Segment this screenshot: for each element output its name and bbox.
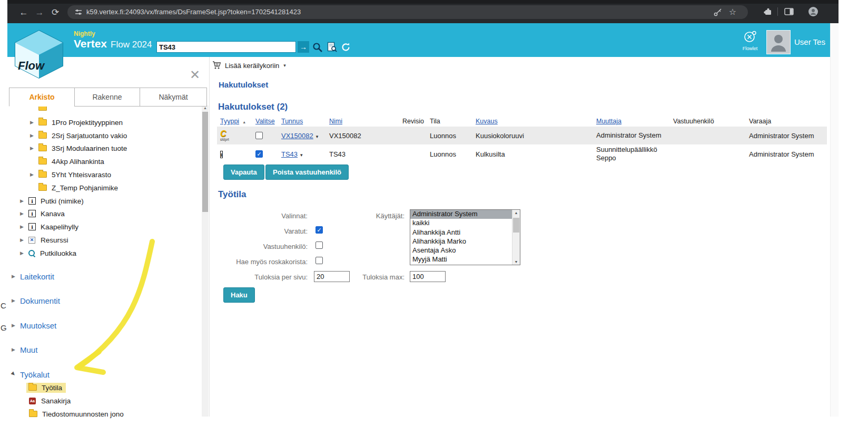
scrollbar-thumb[interactable] — [202, 112, 208, 212]
sidebar-item-tiedostomuunnokset[interactable]: Tiedostomuunnosten jono — [29, 409, 124, 419]
expand-arrow-icon[interactable]: ▶ — [12, 347, 17, 352]
site-settings-icon[interactable] — [74, 7, 83, 17]
expand-arrow-icon[interactable]: ▶ — [30, 172, 35, 177]
tree-item-folder[interactable]: ▶ 2Srj Sarjatuotanto vakio — [30, 130, 127, 141]
varatut-checkbox[interactable]: ✓ — [315, 226, 323, 234]
url-bar[interactable]: k59.vertex.fi:24093/vx/frames/DsFrameSet… — [67, 5, 748, 19]
column-kuvaus[interactable]: Kuvaus — [472, 118, 593, 125]
tab-arkisto[interactable]: Arkisto — [9, 88, 75, 107]
vapauta-button[interactable]: Vapauta — [223, 165, 264, 180]
expand-arrow-icon[interactable]: ▶ — [30, 120, 35, 125]
column-tunnus[interactable]: Tunnus — [278, 118, 326, 125]
sidebar-item-sanakirja[interactable]: Aa Sanakirja — [29, 395, 71, 406]
listbox-option[interactable]: Alihankkija Antti — [410, 228, 520, 237]
roskakori-checkbox[interactable] — [315, 257, 323, 264]
expand-arrow-icon[interactable]: ▶ — [20, 198, 25, 204]
resource-icon: ✕ — [28, 237, 35, 244]
tree-item-folder[interactable]: ▶ 3Srj Modulaarinen tuote — [30, 143, 127, 153]
scrollbar-thumb[interactable] — [513, 218, 519, 233]
haku-button[interactable]: Haku — [223, 287, 255, 303]
column-valitse[interactable]: Valitse — [252, 118, 278, 125]
profile-avatar-icon[interactable] — [808, 6, 818, 17]
expand-arrow-icon[interactable]: ▶ — [30, 146, 35, 151]
search-magnifier-icon[interactable] — [312, 42, 323, 53]
url-text[interactable]: k59.vertex.fi:24093/vx/frames/DsFrameSet… — [86, 5, 301, 19]
folder-icon — [29, 411, 37, 417]
tree-item-folder[interactable]: ▶ 1Pro Projektityyppinen — [30, 117, 123, 128]
users-listbox[interactable]: Administrator System kaikki Alihankkija … — [410, 209, 520, 265]
side-panel-icon[interactable] — [784, 6, 794, 17]
per-sivu-input[interactable] — [314, 271, 350, 282]
collapse-arrow-icon[interactable]: ▶ — [11, 371, 18, 378]
max-input[interactable] — [410, 271, 446, 282]
tree-item-kaapelihylly[interactable]: ▶ i Kaapelihylly — [20, 221, 78, 232]
expand-arrow-icon[interactable]: ▶ — [20, 211, 25, 216]
tree-item-label: 3Srj Modulaarinen tuote — [52, 144, 127, 152]
tree-item-kanava[interactable]: ▶ i Kanava — [20, 208, 65, 219]
quick-search-input[interactable] — [156, 41, 296, 53]
tree-item-folder[interactable]: Z_Temp Pohjanimike — [30, 182, 118, 193]
sidebar-item-tyokalut[interactable]: ▶ Työkalut — [12, 369, 50, 380]
expand-arrow-icon[interactable]: ▶ — [30, 133, 35, 138]
expand-arrow-icon[interactable]: ▶ — [20, 224, 25, 229]
listbox-option[interactable]: kaikki — [410, 219, 520, 228]
listbox-option[interactable]: Alihankkija Marko — [410, 237, 520, 246]
tree-item-putki[interactable]: ▶ i Putki (nimike) — [20, 196, 84, 206]
tab-rakenne[interactable]: Rakenne — [74, 88, 140, 107]
scroll-down-icon[interactable]: ▼ — [512, 260, 520, 264]
sidebar-scrollbar[interactable]: ▲ — [202, 105, 209, 417]
document-search-icon[interactable] — [327, 42, 337, 53]
reload-icon[interactable]: ⟳ — [50, 7, 61, 18]
back-icon[interactable]: ← — [18, 7, 29, 18]
valinnat-label: Valinnat: — [229, 212, 308, 220]
tree-item-folder[interactable]: ▶ 5Yht Yhteisvarasto — [30, 169, 111, 180]
item-menu-icon[interactable]: ▾ — [316, 134, 319, 139]
expand-arrow-icon[interactable]: ▶ — [12, 274, 17, 279]
column-nimi[interactable]: Nimi — [326, 118, 399, 125]
row-checkbox[interactable]: ✓ — [255, 150, 263, 158]
item-link[interactable]: TS43 — [281, 150, 298, 158]
add-to-basket-button[interactable]: Lisää keräilykoriin ▾ — [212, 60, 286, 71]
expand-arrow-icon[interactable]: ▶ — [20, 237, 25, 243]
expand-arrow-icon[interactable]: ▶ — [12, 323, 17, 328]
vastuuhenkilo-checkbox[interactable] — [315, 241, 323, 249]
sidebar-item-dokumentit[interactable]: ▶ Dokumentit — [12, 295, 60, 306]
listbox-option[interactable]: Myyjä Matti — [410, 255, 520, 264]
tree-item-folder[interactable]: 4Akp Alihankinta — [30, 156, 104, 167]
poista-vastuuhenkilo-button[interactable]: Poista vastuuhenkilö — [265, 165, 349, 180]
item-menu-icon[interactable]: ▾ — [300, 152, 303, 158]
listbox-option[interactable]: Asentaja Asko — [410, 246, 520, 255]
page-scrollbar[interactable] — [830, 23, 839, 417]
expand-arrow-icon[interactable]: ▶ — [20, 250, 25, 256]
tree-item-putkiluokka[interactable]: ▶ Putkiluokka — [20, 248, 76, 258]
scroll-up-icon[interactable]: ▲ — [202, 106, 209, 110]
flowlet-widget[interactable]: Flowlet — [737, 31, 763, 51]
sidebar-item-laitekortit[interactable]: ▶ Laitekortit — [12, 270, 54, 282]
tab-nakymat[interactable]: Näkymät — [140, 88, 207, 107]
tree-item-label: Kanava — [41, 210, 65, 218]
item-link[interactable]: VX150082 — [281, 132, 313, 140]
row-checkbox[interactable] — [255, 132, 263, 139]
listbox-option-selected[interactable]: Administrator System — [410, 210, 520, 219]
sidebar-item-muut[interactable]: ▶ Muut — [12, 344, 37, 355]
column-varaaja: Varaaja — [746, 118, 827, 125]
bookmark-star-icon[interactable]: ☆ — [729, 6, 736, 18]
refresh-search-icon[interactable] — [340, 42, 351, 53]
scroll-up-icon[interactable]: ▲ — [512, 211, 520, 215]
sidebar-item-tyotila[interactable]: Työtila — [26, 382, 66, 393]
forward-icon[interactable]: → — [34, 7, 45, 18]
table-row: i ✓ TS43▾ TS43 Luonnos Kulkusilta Suunni… — [217, 144, 827, 164]
tree-item-resurssi[interactable]: ▶ ✕ Resurssi — [20, 235, 68, 245]
user-avatar[interactable] — [766, 30, 791, 54]
extensions-puzzle-icon[interactable] — [763, 6, 773, 17]
close-icon[interactable]: ✕ — [190, 67, 200, 82]
listbox-scrollbar[interactable]: ▲ ▼ — [512, 210, 520, 265]
password-key-icon[interactable] — [713, 7, 723, 17]
search-go-icon[interactable]: → — [298, 41, 309, 53]
column-muuttaja[interactable]: Muuttaja — [593, 118, 670, 125]
expand-arrow-icon[interactable]: ▶ — [12, 298, 17, 303]
column-tyyppi[interactable]: Tyyppi▲ — [217, 118, 252, 125]
info-icon: i — [28, 197, 36, 205]
info-icon: i — [28, 223, 36, 230]
sidebar-item-muutokset[interactable]: ▶ Muutokset — [12, 320, 56, 331]
